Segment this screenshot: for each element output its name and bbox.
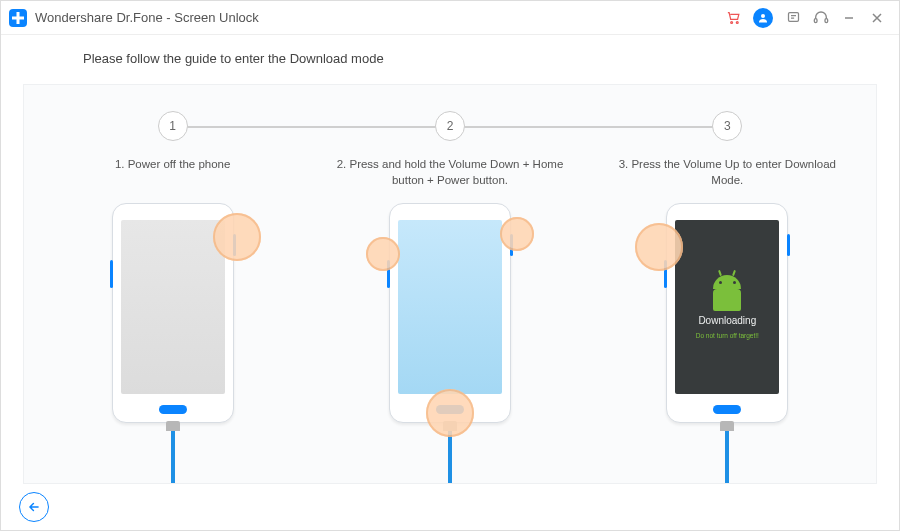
svg-rect-4 [814,18,817,22]
downloading-sublabel: Do not turn off target!! [696,332,759,339]
step-text-2: 2. Press and hold the Volume Down + Home… [320,157,580,187]
svg-point-0 [730,22,732,24]
step-2: 2 2. Press and hold the Volume Down + Ho… [320,111,580,483]
finger-icon [213,213,261,261]
svg-rect-3 [788,13,798,22]
minimize-button[interactable] [835,4,863,32]
user-icon[interactable] [753,8,773,28]
step-badge-1: 1 [158,111,188,141]
back-button[interactable] [19,492,49,522]
finger-icon [426,389,474,437]
footer [1,484,899,530]
close-button[interactable] [863,4,891,32]
step-text-3: 3. Press the Volume Up to enter Download… [597,157,857,187]
guide-title: Please follow the guide to enter the Dow… [83,51,877,66]
steps-panel: 1 1. Power off the phone 2 2. Press and … [23,84,877,484]
app-logo-icon [9,9,27,27]
android-icon [712,275,742,309]
svg-point-2 [761,14,765,18]
step-1: 1 1. Power off the phone [43,111,303,483]
app-title: Wondershare Dr.Fone - Screen Unlock [35,10,259,25]
svg-rect-5 [825,18,828,22]
phone-illustration-1 [103,203,243,473]
step-3: 3 3. Press the Volume Up to enter Downlo… [597,111,857,483]
downloading-label: Downloading [698,315,756,326]
cart-icon[interactable] [719,4,747,32]
finger-icon [366,237,400,271]
step-badge-2: 2 [435,111,465,141]
step-badge-3: 3 [712,111,742,141]
content-area: Please follow the guide to enter the Dow… [1,35,899,484]
feedback-icon[interactable] [779,4,807,32]
phone-illustration-2 [380,203,520,473]
phone-illustration-3: Downloading Do not turn off target!! [657,203,797,473]
svg-point-1 [736,22,738,24]
finger-icon [500,217,534,251]
step-text-1: 1. Power off the phone [101,157,245,187]
support-icon[interactable] [807,4,835,32]
finger-icon [635,223,683,271]
titlebar: Wondershare Dr.Fone - Screen Unlock [1,1,899,35]
